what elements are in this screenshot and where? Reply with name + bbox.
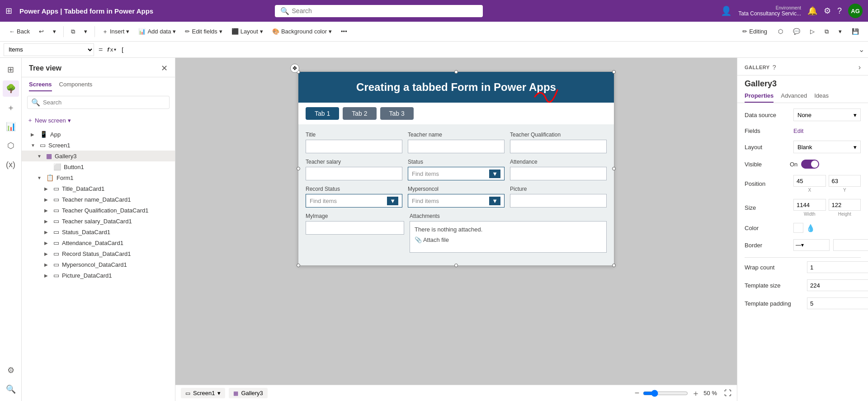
layout-button[interactable]: ⬛ Layout ▾ — [228, 26, 267, 37]
field-title-input[interactable] — [306, 140, 402, 153]
copy-button[interactable]: ⧉ — [67, 26, 79, 37]
tree-item-record-status-dc[interactable]: ▶ ▭ Record Status_DataCard1 — [22, 248, 175, 259]
field-picture-input[interactable] — [510, 194, 607, 208]
add-data-button[interactable]: 📊 Add data ▾ — [135, 26, 179, 37]
visible-toggle[interactable] — [801, 160, 819, 169]
grid-icon[interactable]: ⊞ — [5, 6, 12, 16]
zoom-out-button[interactable]: − — [635, 388, 640, 398]
right-tab-advanced[interactable]: Advanced — [781, 92, 807, 103]
border-width-input[interactable] — [833, 239, 868, 251]
global-search-input[interactable] — [292, 7, 477, 14]
tab-components[interactable]: Components — [59, 81, 93, 91]
tree-search-input[interactable] — [43, 99, 165, 106]
nav-variables-icon[interactable]: (x) — [3, 156, 19, 173]
template-size-input[interactable] — [807, 279, 868, 291]
undo-dropdown[interactable]: ▾ — [49, 26, 60, 37]
layout-select[interactable]: Blank ▾ — [793, 141, 861, 153]
tree-item-form1[interactable]: ▼ 📋 Form1 — [22, 172, 175, 183]
field-attendance-input[interactable] — [510, 167, 607, 180]
edit-fields-button[interactable]: ✏ Edit fields ▾ — [181, 26, 226, 37]
tree-item-title-dc[interactable]: ▶ ▭ Title_DataCard1 — [22, 183, 175, 194]
share-button[interactable]: ⬡ — [774, 26, 787, 37]
field-status-select[interactable]: Find items ▼ — [408, 167, 505, 180]
app-tab-3[interactable]: Tab 3 — [380, 107, 414, 120]
color-swatch[interactable] — [793, 223, 803, 233]
tree-item-teacher-qual-dc[interactable]: ▶ ▭ Teacher Qualification_DataCard1 — [22, 205, 175, 216]
tree-item-teacher-name-dc[interactable]: ▶ ▭ Teacher name_DataCard1 — [22, 194, 175, 205]
background-color-button[interactable]: 🎨 Background color ▾ — [269, 26, 335, 37]
new-screen-button[interactable]: ＋ New screen ▾ — [27, 116, 71, 124]
size-width-input[interactable] — [793, 199, 826, 211]
tree-item-status-dc[interactable]: ▶ ▭ Status_DataCard1 — [22, 226, 175, 237]
nav-data-icon[interactable]: 📊 — [3, 118, 19, 135]
gallery-help-icon[interactable]: ? — [773, 64, 776, 71]
avatar[interactable]: AG — [848, 4, 863, 18]
border-style-select[interactable]: — ▾ — [793, 239, 830, 251]
right-tab-ideas[interactable]: Ideas — [814, 92, 829, 103]
settings-icon[interactable]: ⚙ — [824, 6, 831, 16]
nav-insert-icon[interactable]: ＋ — [3, 99, 19, 116]
nav-search-nav-icon[interactable]: 🔍 — [3, 381, 19, 397]
tree-item-button1[interactable]: ⬜ Button1 — [22, 161, 175, 172]
notifications-icon[interactable]: 🔔 — [807, 6, 817, 16]
field-teacher-qual-input[interactable] — [510, 140, 607, 153]
tree-item-gallery3[interactable]: ▼ ▦ Gallery3 — [22, 151, 175, 161]
move-handle[interactable]: ✥ — [290, 64, 299, 73]
global-search-box[interactable]: 🔍 — [275, 5, 483, 17]
app-tab-2[interactable]: Tab 2 — [343, 107, 376, 120]
tree-item-attendance-dc[interactable]: ▶ ▭ Attendance_DataCard1 — [22, 237, 175, 248]
attach-file-link[interactable]: 📎 Attach file — [415, 236, 602, 243]
back-button[interactable]: ← Back — [5, 26, 33, 37]
fx-button[interactable]: f x ▾ — [107, 46, 116, 53]
color-eyedropper-icon[interactable]: 💧 — [806, 224, 815, 232]
formula-expand-icon[interactable]: ⌄ — [859, 45, 864, 54]
zoom-in-button[interactable]: ＋ — [692, 388, 700, 399]
tree-close-button[interactable]: ✕ — [161, 63, 168, 73]
app-canvas[interactable]: ✥ Creating a tabbed Form in Power Apps T… — [298, 71, 614, 266]
zoom-slider[interactable] — [643, 390, 688, 397]
right-panel-expand-icon[interactable]: › — [859, 63, 861, 71]
field-record-status-select[interactable]: Find items ▼ — [306, 194, 402, 208]
copy-dropdown[interactable]: ▾ — [80, 26, 91, 37]
tree-item-teacher-sal-dc[interactable]: ▶ ▭ Teacher salary_DataCard1 — [22, 216, 175, 226]
save-button[interactable]: 💾 — [848, 26, 863, 37]
property-selector[interactable]: Items — [4, 43, 94, 56]
attachment-box[interactable]: There is nothing attached. 📎 Attach file — [410, 221, 607, 253]
field-teacher-salary-input[interactable] — [306, 167, 402, 180]
editing-button[interactable]: ✏ Editing — [738, 26, 772, 37]
tree-item-screen1[interactable]: ▼ ▭ Screen1 — [22, 140, 175, 151]
size-height-input[interactable] — [829, 199, 861, 211]
field-teacher-name-input[interactable] — [408, 140, 505, 153]
nav-settings-icon[interactable]: ⚙ — [3, 362, 19, 378]
position-y-input[interactable] — [829, 175, 861, 187]
more-toolbar-right[interactable]: ⧉ — [821, 26, 832, 37]
insert-button[interactable]: ＋ Insert ▾ — [99, 26, 133, 38]
gallery-bottom-tab[interactable]: ▦ Gallery3 — [229, 388, 267, 398]
formula-input[interactable] — [119, 45, 856, 54]
right-tab-properties[interactable]: Properties — [745, 92, 774, 103]
nav-components-icon[interactable]: ⬡ — [3, 137, 19, 154]
nav-home-icon[interactable]: ⊞ — [3, 61, 19, 78]
tree-item-app[interactable]: ▶ 📱 App — [22, 129, 175, 140]
app-tab-1[interactable]: Tab 1 — [306, 107, 339, 120]
tree-search-box[interactable]: 🔍 — [27, 96, 170, 109]
fields-edit-link[interactable]: Edit — [793, 127, 803, 134]
data-source-select[interactable]: None ▾ — [793, 109, 861, 121]
nav-tree-icon[interactable]: 🌳 — [3, 80, 19, 97]
undo-button[interactable]: ↩ — [35, 26, 47, 37]
canvas-scroll[interactable]: ✥ Creating a tabbed Form in Power Apps T… — [175, 58, 737, 385]
template-padding-input[interactable] — [807, 297, 868, 309]
help-icon[interactable]: ? — [837, 6, 842, 16]
comment-button[interactable]: 💬 — [789, 26, 804, 37]
tree-item-picture-dc[interactable]: ▶ ▭ Picture_DataCard1 — [22, 270, 175, 281]
more-button[interactable]: ••• — [337, 26, 351, 37]
tree-item-mypersoncol-dc[interactable]: ▶ ▭ Mypersoncol_DataCard1 — [22, 259, 175, 270]
fullscreen-button[interactable]: ⛶ — [724, 389, 731, 397]
field-mypersoncol-select[interactable]: Find items ▼ — [408, 194, 505, 208]
wrap-count-input[interactable] — [807, 261, 868, 273]
more2-toolbar-right[interactable]: ▾ — [835, 26, 845, 37]
position-x-input[interactable] — [793, 175, 826, 187]
screen-tab[interactable]: ▭ Screen1 ▾ — [181, 388, 225, 398]
tab-screens[interactable]: Screens — [29, 81, 52, 91]
field-myimage-input[interactable] — [306, 221, 404, 235]
